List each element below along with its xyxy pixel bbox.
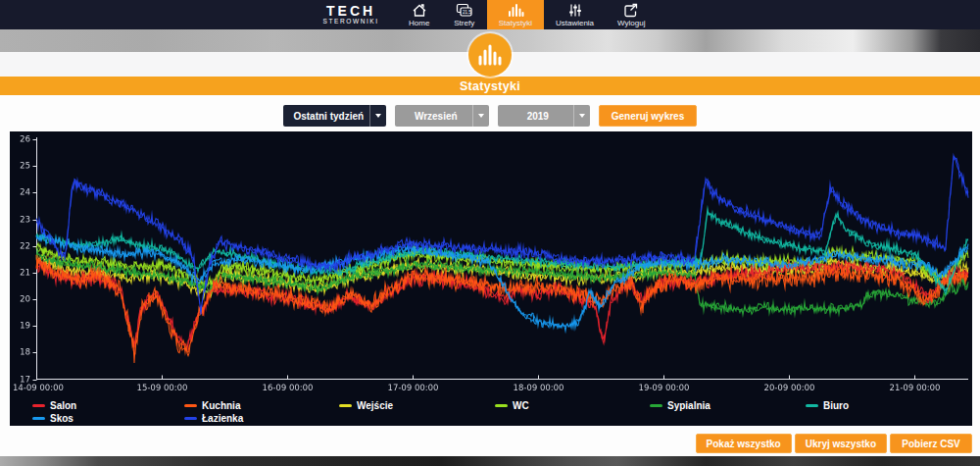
legend-item-wc[interactable]: WC xyxy=(495,400,529,411)
legend-swatch xyxy=(32,417,45,420)
logo-subtext: STEROWNIKI xyxy=(323,18,379,26)
zones-icon: 21.5 xyxy=(456,3,472,18)
hide-all-button[interactable]: Ukryj wszystko xyxy=(795,434,887,453)
legend-item-skos[interactable]: Skos xyxy=(32,413,74,424)
legend-swatch xyxy=(806,404,818,407)
tech-logo[interactable]: TECH STEROWNIKI xyxy=(323,0,397,29)
generate-chart-button[interactable]: Generuj wykres xyxy=(599,105,697,127)
stats-icon xyxy=(507,3,524,18)
legend-label: Sypialnia xyxy=(667,400,710,411)
header-strip xyxy=(0,52,980,77)
legend-swatch xyxy=(184,417,197,420)
nav-item-statystyki[interactable]: Statystyki xyxy=(487,0,544,29)
footer-photo-band xyxy=(0,456,980,466)
chart-controls: Ostatni tydzień Wrzesień 2019 Generuj wy… xyxy=(0,105,980,127)
legend-swatch xyxy=(32,404,45,407)
nav-item-label: Wyloguj xyxy=(617,19,645,27)
settings-icon xyxy=(567,3,583,18)
nav-item-ustawienia[interactable]: Ustawienia xyxy=(544,0,606,29)
legend-item-biuro[interactable]: Biuro xyxy=(806,400,849,411)
show-all-button[interactable]: Pokaż wszystko xyxy=(696,434,792,453)
nav-item-home[interactable]: Home xyxy=(397,0,442,29)
nav-item-label: Home xyxy=(409,19,429,27)
page: TECH STEROWNIKI Home 21.5 Strefy Stat xyxy=(0,0,980,466)
chevron-down-icon xyxy=(472,105,489,127)
legend-item-sypialnia[interactable]: Sypialnia xyxy=(650,400,710,411)
nav-item-label: Strefy xyxy=(454,19,474,27)
page-title: Statystyki xyxy=(460,79,520,93)
legend-swatch xyxy=(650,404,662,407)
chevron-down-icon xyxy=(369,105,386,127)
year-select-value: 2019 xyxy=(508,111,568,122)
logo-text: TECH xyxy=(326,5,375,18)
nav-item-label: Statystyki xyxy=(499,19,532,27)
nav-item-label: Ustawienia xyxy=(556,19,594,27)
logout-icon xyxy=(623,3,639,18)
legend-label: Skos xyxy=(50,413,74,424)
legend-item-salon[interactable]: Salon xyxy=(32,400,76,411)
chevron-down-icon xyxy=(573,105,590,127)
statistics-chart[interactable] xyxy=(10,131,972,396)
nav-item-wyloguj[interactable]: Wyloguj xyxy=(606,0,657,29)
home-icon xyxy=(412,3,427,18)
legend-label: Kuchnia xyxy=(202,400,240,411)
svg-text:21.5: 21.5 xyxy=(463,10,471,15)
download-csv-button[interactable]: Pobierz CSV xyxy=(890,434,972,453)
legend-swatch xyxy=(184,404,197,407)
period-select[interactable]: Ostatni tydzień xyxy=(283,105,386,127)
chart-legend: SalonKuchniaWejścieWCSypialniaBiuroSkosŁ… xyxy=(10,396,972,426)
legend-item--azienka[interactable]: Łazienka xyxy=(184,413,243,424)
year-select[interactable]: 2019 xyxy=(498,105,590,127)
top-navigation: TECH STEROWNIKI Home 21.5 Strefy Stat xyxy=(0,0,980,29)
legend-item-wej-cie[interactable]: Wejście xyxy=(339,400,393,411)
legend-label: Łazienka xyxy=(202,413,243,424)
month-select[interactable]: Wrzesień xyxy=(395,105,489,127)
legend-swatch xyxy=(339,404,352,407)
legend-label: Wejście xyxy=(357,400,393,411)
footer-actions: Pokaż wszystko Ukryj wszystko Pobierz CS… xyxy=(0,434,972,453)
legend-label: WC xyxy=(513,400,529,411)
legend-label: Salon xyxy=(50,400,76,411)
page-title-banner: Statystyki xyxy=(0,77,980,95)
legend-label: Biuro xyxy=(823,400,849,411)
legend-swatch xyxy=(495,404,508,407)
month-select-value: Wrzesień xyxy=(405,111,467,122)
statistics-circle-icon xyxy=(468,33,512,77)
period-select-value: Ostatni tydzień xyxy=(293,111,365,122)
nav-item-strefy[interactable]: 21.5 Strefy xyxy=(442,0,487,29)
chart-container: SalonKuchniaWejścieWCSypialniaBiuroSkosŁ… xyxy=(10,131,972,426)
legend-item-kuchnia[interactable]: Kuchnia xyxy=(184,400,240,411)
